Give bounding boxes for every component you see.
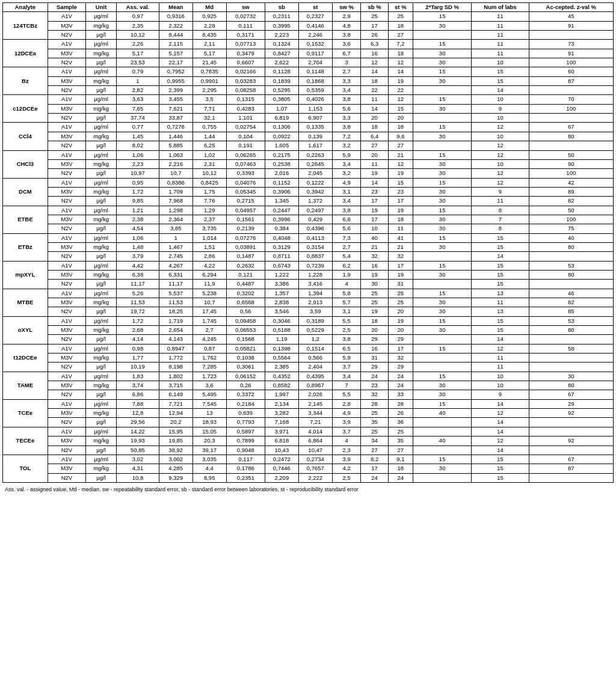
targ-sd-cell	[413, 446, 471, 455]
st-pct-cell: 19	[388, 76, 413, 85]
sb-cell: 0,2175	[265, 150, 298, 159]
unit-cell: μg/ml	[86, 95, 117, 104]
sw-cell: 0,4283	[226, 104, 265, 113]
num-labs-cell: 11	[472, 40, 529, 49]
sw-cell: 0,05821	[226, 344, 265, 353]
ass-val-cell: 19,72	[117, 307, 159, 316]
sb-pct-cell: 19	[361, 270, 388, 279]
md-cell: 1,51	[192, 242, 226, 251]
sw-pct-cell: 5,7	[332, 298, 361, 307]
mean-cell: 1	[159, 233, 192, 242]
st-cell: 4,014	[298, 427, 332, 436]
ass-val-cell: 2,68	[117, 326, 159, 335]
md-cell: 7,545	[192, 399, 226, 408]
accepted-cell: 73	[529, 40, 613, 49]
st-pct-cell: 12	[388, 159, 413, 168]
sb-pct-cell: 11	[361, 159, 388, 168]
analyte-name: TAME	[3, 372, 48, 399]
sb-cell: 0,2538	[265, 159, 298, 168]
st-cell: 0,8967	[298, 381, 332, 390]
st-pct-cell: 25	[388, 12, 413, 21]
sample-cell: M3V	[48, 76, 85, 85]
sample-cell: M3V	[48, 21, 85, 30]
header-analyte: Analyte	[3, 3, 48, 12]
st-pct-cell: 18	[388, 123, 413, 132]
num-labs-cell: 10	[472, 132, 529, 141]
unit-cell: mg/kg	[86, 104, 117, 113]
mean-cell: 3,002	[159, 455, 192, 464]
md-cell: 2,86	[192, 252, 226, 261]
ass-val-cell: 23,53	[117, 58, 159, 67]
table-row: M3Vmg/kg2,352,3222,280,1110,39950,41464,…	[3, 21, 614, 30]
st-pct-cell: 17	[388, 261, 413, 270]
st-cell: 0,3189	[298, 316, 332, 325]
num-labs-cell: 14	[472, 399, 529, 408]
targ-sd-cell: 15	[413, 40, 471, 49]
ass-val-cell: 14,22	[117, 427, 159, 436]
targ-sd-cell	[413, 141, 471, 150]
sw-pct-cell: 5,8	[332, 289, 361, 298]
mean-cell: 7,721	[159, 399, 192, 408]
num-labs-cell: 14	[472, 446, 529, 455]
targ-sd-cell	[413, 280, 471, 289]
ass-val-cell: 6,86	[117, 390, 159, 399]
sw-cell: 0,07463	[226, 159, 265, 168]
md-cell: 3,035	[192, 455, 226, 464]
sample-cell: M3V	[48, 354, 85, 363]
mean-cell: 38,92	[159, 446, 192, 455]
sw-cell: 0,02754	[226, 123, 265, 132]
md-cell: 1,44	[192, 132, 226, 141]
sw-cell: 0,104	[226, 132, 265, 141]
sample-cell: A1V	[48, 150, 85, 159]
table-row: N2Vμg/l10,198,1987,2850,30612,3852,4043,…	[3, 363, 614, 372]
sb-pct-cell: 14	[361, 178, 388, 187]
sw-cell: 0,04957	[226, 206, 265, 215]
analyte-name: 124TCBz	[3, 12, 48, 40]
md-cell: 2,11	[192, 40, 226, 49]
analyte-name: TOL	[3, 455, 48, 482]
mean-cell: 3,85	[159, 224, 192, 233]
targ-sd-cell	[413, 114, 471, 123]
sb-cell: 1,357	[265, 289, 298, 298]
table-row: oXYLA1Vμg/ml1,721,7191,7450,094580,30460…	[3, 316, 614, 325]
sw-cell: 0,7793	[226, 418, 265, 427]
st-pct-cell: 27	[388, 141, 413, 150]
ass-val-cell: 1,21	[117, 206, 159, 215]
sw-pct-cell: 4	[332, 280, 361, 289]
num-labs-cell: 15	[472, 464, 529, 473]
mean-cell: 5,885	[159, 141, 192, 150]
num-labs-cell: 10	[472, 114, 529, 123]
mean-cell: 1,802	[159, 372, 192, 381]
ass-val-cell: 4,54	[117, 224, 159, 233]
header-st-pct: st %	[388, 3, 413, 12]
st-pct-cell: 20	[388, 307, 413, 316]
unit-cell: μg/ml	[86, 150, 117, 159]
ass-val-cell: 3,02	[117, 455, 159, 464]
accepted-cell	[529, 252, 613, 261]
sample-cell: M3V	[48, 215, 85, 224]
md-cell: 3,735	[192, 224, 226, 233]
sw-pct-cell: 2,7	[332, 67, 361, 76]
num-labs-cell: 9	[472, 390, 529, 399]
accepted-cell: 87	[529, 464, 613, 473]
accepted-cell: 70	[529, 95, 613, 104]
st-cell: 0,1532	[298, 40, 332, 49]
mean-cell: 22,17	[159, 58, 192, 67]
accepted-cell: 100	[529, 58, 613, 67]
sw-pct-cell: 2,5	[332, 326, 361, 335]
sb-pct-cell: 40	[361, 233, 388, 242]
mean-cell: 11,17	[159, 280, 192, 289]
sb-pct-cell: 22	[361, 86, 388, 95]
unit-cell: μg/l	[86, 169, 117, 178]
sw-cell: 0,4487	[226, 280, 265, 289]
accepted-cell: 50	[529, 150, 613, 159]
unit-cell: μg/ml	[86, 427, 117, 436]
sample-cell: M3V	[48, 242, 85, 251]
ass-val-cell: 0,79	[117, 67, 159, 76]
md-cell: 11,9	[192, 280, 226, 289]
sample-cell: M3V	[48, 159, 85, 168]
num-labs-cell: 11	[472, 298, 529, 307]
sb-cell: 0,2311	[265, 12, 298, 21]
ass-val-cell: 7,88	[117, 399, 159, 408]
accepted-cell: 92	[529, 409, 613, 418]
